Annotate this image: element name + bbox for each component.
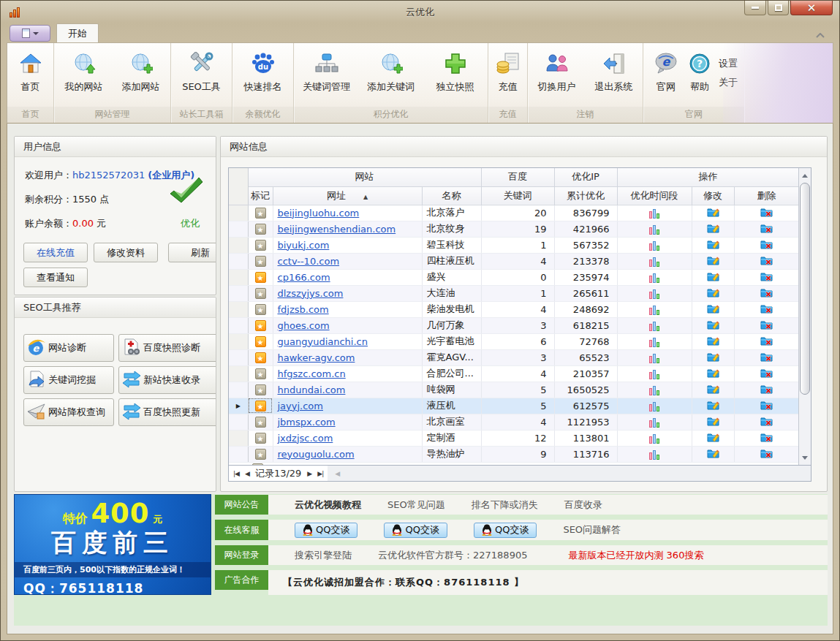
group-header-ip[interactable]: 优化IP — [554, 168, 617, 186]
refresh-button[interactable]: 刷新 — [168, 243, 216, 262]
modify-cell[interactable] — [692, 269, 734, 285]
bar-chart-icon[interactable] — [649, 322, 659, 331]
pager-last-button[interactable]: ▶| — [317, 470, 323, 477]
col-header-url[interactable]: 网址▲ — [273, 186, 422, 205]
vertical-scrollbar[interactable] — [798, 168, 811, 465]
table-row[interactable]: guangyudianchi.cn 光宇蓄电池 6 72768 — [229, 333, 799, 349]
mark-cell[interactable] — [248, 398, 273, 414]
bar-chart-icon[interactable] — [649, 241, 659, 251]
mark-cell[interactable] — [248, 414, 273, 430]
star-icon[interactable] — [255, 304, 266, 315]
mark-cell[interactable] — [248, 205, 273, 221]
scroll-up-icon[interactable] — [799, 170, 811, 181]
url-cell[interactable]: hawker-agv.com — [273, 349, 422, 365]
delete-cell[interactable] — [734, 205, 799, 221]
table-row[interactable]: ▶ jayyj.com 液压机 5 612575 — [229, 398, 799, 414]
table-row[interactable]: fdjzsb.com 柴油发电机 4 248692 — [229, 301, 799, 317]
modify-cell[interactable] — [692, 349, 734, 365]
qq-chat-button[interactable]: QQ交谈 — [384, 523, 447, 538]
period-cell[interactable] — [617, 398, 692, 414]
pager-first-button[interactable]: |◀ — [233, 470, 239, 477]
ribbon-about-button[interactable]: 关于 — [719, 76, 738, 89]
mark-cell[interactable] — [248, 446, 273, 462]
site-diagnose-button[interactable]: e 网站诊断 — [23, 334, 114, 362]
star-icon[interactable] — [255, 401, 266, 411]
scrollbar-thumb[interactable] — [800, 183, 810, 395]
pager-next-button[interactable]: ▶ — [307, 470, 311, 477]
star-icon[interactable] — [255, 320, 266, 331]
period-cell[interactable] — [617, 446, 692, 462]
table-row[interactable]: jbmspx.com 北京画室 4 1121953 — [229, 414, 799, 430]
delete-cell[interactable] — [734, 301, 799, 317]
table-row[interactable]: cp166.com 盛兴 0 235974 — [229, 269, 799, 285]
delete-cell[interactable] — [734, 269, 799, 285]
modify-cell[interactable] — [692, 333, 734, 349]
snapshot-update-button[interactable]: 百度快照更新 — [118, 398, 216, 426]
period-cell[interactable] — [617, 317, 692, 333]
downgrade-check-button[interactable]: 网站降权查询 — [23, 398, 114, 426]
url-cell[interactable]: biyukj.com — [273, 237, 422, 253]
mark-cell[interactable] — [248, 269, 273, 285]
bar-chart-icon[interactable] — [649, 257, 659, 267]
mark-cell[interactable] — [248, 333, 273, 349]
url-cell[interactable]: cctv--10.com — [273, 253, 422, 269]
modify-cell[interactable] — [692, 205, 734, 221]
bar-chart-icon[interactable] — [649, 289, 659, 299]
star-icon[interactable] — [255, 272, 266, 283]
modify-cell[interactable] — [692, 317, 734, 333]
delete-cell[interactable] — [734, 414, 799, 430]
url-cell[interactable]: ghoes.com — [273, 317, 422, 333]
delete-cell[interactable] — [734, 221, 799, 237]
bar-chart-icon[interactable] — [649, 209, 659, 219]
delete-cell[interactable] — [734, 446, 799, 462]
minimize-button[interactable] — [744, 1, 766, 15]
star-icon[interactable] — [255, 384, 266, 395]
url-cell[interactable]: fdjzsb.com — [273, 301, 422, 317]
announce-link[interactable]: 百度收录 — [564, 498, 602, 512]
col-header-keyword[interactable]: 关键词 — [481, 186, 554, 205]
bar-chart-icon[interactable] — [649, 354, 659, 363]
ribbon-fast-rank-button[interactable]: du 快速排名 — [237, 47, 290, 94]
url-cell[interactable]: beijingluohu.com — [273, 205, 422, 221]
url-cell[interactable]: hndundai.com — [273, 382, 422, 398]
bar-chart-icon[interactable] — [649, 434, 659, 444]
period-cell[interactable] — [617, 430, 692, 446]
qq-chat-button[interactable]: QQ交谈 — [295, 523, 357, 538]
view-notice-button[interactable]: 查看通知 — [23, 268, 88, 287]
modify-cell[interactable] — [692, 382, 734, 398]
period-cell[interactable] — [617, 301, 692, 317]
delete-cell[interactable] — [734, 365, 799, 382]
ribbon-my-sites-button[interactable]: 我的网站 — [56, 47, 112, 94]
close-button[interactable]: ✕ — [790, 1, 833, 15]
period-cell[interactable] — [617, 365, 692, 382]
ribbon-official-site-button[interactable]: e 官网 — [650, 47, 682, 94]
ribbon-recharge-button[interactable]: 充值 — [491, 47, 526, 94]
mark-cell[interactable] — [248, 285, 273, 301]
mark-cell[interactable] — [248, 317, 273, 333]
period-cell[interactable] — [617, 253, 692, 269]
bar-chart-icon[interactable] — [649, 370, 659, 379]
delete-cell[interactable] — [734, 237, 799, 253]
keyword-dig-button[interactable]: 关键词挖掘 — [23, 366, 114, 394]
bar-chart-icon[interactable] — [649, 338, 659, 347]
period-cell[interactable] — [617, 333, 692, 349]
scroll-down-icon[interactable] — [799, 452, 811, 463]
table-row[interactable]: reyouguolu.com 导热油炉 9 113716 — [229, 446, 799, 462]
modify-cell[interactable] — [692, 446, 734, 462]
period-cell[interactable] — [617, 205, 692, 221]
hscroll-left-icon[interactable]: ◀ — [335, 470, 340, 477]
table-row[interactable]: jxdzjsc.com 定制酒 12 113801 — [229, 430, 799, 446]
url-cell[interactable]: reyouguolu.com — [273, 446, 422, 462]
ad-banner[interactable]: 特价 400 元 百度前三 百度前三页内，500以下指数的正规企业词！ QQ：7… — [14, 494, 211, 595]
col-header-delete[interactable]: 删除 — [734, 186, 799, 205]
snapshot-diagnose-button[interactable]: 百度快照诊断 — [118, 334, 216, 362]
table-row[interactable]: dlzszyjys.com 大连油 1 265611 — [229, 285, 799, 301]
star-icon[interactable] — [255, 352, 266, 363]
star-icon[interactable] — [255, 256, 266, 267]
bar-chart-icon[interactable] — [649, 450, 659, 460]
delete-cell[interactable] — [734, 382, 799, 398]
mark-cell[interactable] — [248, 221, 273, 237]
bar-chart-icon[interactable] — [649, 306, 659, 315]
table-row[interactable]: beijingluohu.com 北京落户 20 836799 — [229, 205, 799, 221]
ribbon-switch-user-button[interactable]: 切换用户 — [529, 47, 585, 94]
